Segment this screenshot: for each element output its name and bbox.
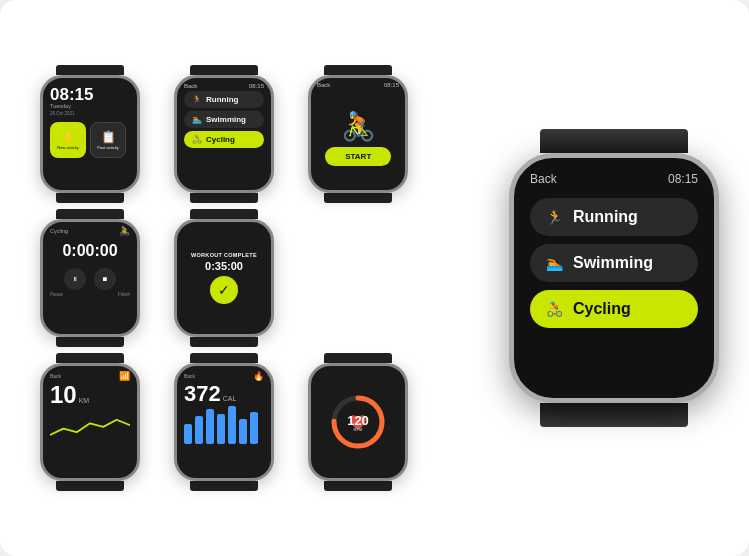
large-watch-body: Back 08:15 🏃 Running 🏊 Swimming 🚴 Cyclin…: [509, 153, 719, 403]
pause-icon: ⏸: [72, 276, 78, 282]
calories-value: 372: [184, 383, 221, 405]
watch-calories: Back 🔥 372 CAL: [164, 353, 284, 491]
watch-screen-list: Back 08:15 🏃 Running 🏊 Swimming 🚴 Cyclin…: [177, 78, 271, 190]
large-cycling-icon: 🚴: [546, 301, 563, 317]
back-label-cycling: Back: [317, 82, 330, 88]
large-time-label: 08:15: [668, 172, 698, 186]
cal-bar-4: [217, 414, 225, 444]
past-activity-label: Past activity: [97, 145, 118, 150]
new-activity-btn[interactable]: ⚡ New activity: [50, 122, 86, 158]
crown-button[interactable]: [714, 218, 719, 248]
swimming-btn-small[interactable]: 🏊 Swimming: [184, 111, 264, 128]
watch-distance: Back 📶 10 KM: [30, 353, 150, 491]
cycling-btn-small-active[interactable]: 🚴 Cycling: [184, 131, 264, 148]
cal-bar-7: [250, 412, 258, 444]
watch-screen-heartrate: 120 BPM: [311, 366, 405, 478]
past-activity-btn[interactable]: 📋 Past activity: [90, 122, 126, 158]
time-label-list: 08:15: [249, 83, 264, 89]
running-btn-small[interactable]: 🏃 Running: [184, 91, 264, 108]
watch-body-distance: Back 📶 10 KM: [40, 363, 140, 481]
timer-header: Cycling 🚴: [50, 226, 130, 236]
back-label-list: Back: [184, 83, 197, 89]
distance-unit: KM: [79, 397, 90, 404]
large-cycling-btn[interactable]: 🚴 Cycling: [530, 290, 698, 328]
large-swimming-btn[interactable]: 🏊 Swimming: [530, 244, 698, 282]
watch-body-home: 08:15 Tuesday 26 Oct 2021 ⚡ New activity…: [40, 75, 140, 193]
watch-header-list: Back 08:15: [184, 83, 264, 89]
large-back-label: Back: [530, 172, 557, 186]
watch-body-list: Back 08:15 🏃 Running 🏊 Swimming 🚴 Cyclin…: [174, 75, 274, 193]
large-swimming-icon: 🏊: [546, 255, 563, 271]
start-button[interactable]: START: [325, 147, 391, 166]
watch-heartrate: 120 BPM: [298, 353, 418, 491]
large-running-icon: 🏃: [546, 209, 563, 225]
watch-timer: Cycling 🚴 0:00:00 ⏸ ⏹ Pause F: [30, 209, 150, 347]
watch-screen-cycling: Back 08:15 🚴 START: [311, 78, 405, 190]
watch-cycling-start: Back 08:15 🚴 START: [298, 65, 418, 203]
calories-header: Back 🔥: [184, 371, 264, 381]
watch-screen-complete: WORKOUT COMPLETE 0:35:00 ✓: [177, 222, 271, 334]
running-label-small: Running: [206, 95, 238, 104]
watch-screen-calories: Back 🔥 372 CAL: [177, 366, 271, 449]
cal-bar-6: [239, 419, 247, 444]
distance-chart: [50, 411, 130, 441]
flame-icon: 🔥: [253, 371, 264, 381]
home-date: 26 Oct 2021: [50, 111, 130, 116]
calories-unit: CAL: [223, 395, 237, 402]
heartrate-ring: 120 BPM: [330, 394, 386, 450]
large-watch-screen: Back 08:15 🏃 Running 🏊 Swimming 🚴 Cyclin…: [514, 158, 714, 398]
watch-body-timer: Cycling 🚴 0:00:00 ⏸ ⏹ Pause F: [40, 219, 140, 337]
distance-value-group: 10 KM: [50, 383, 130, 407]
watch-screen-home: 08:15 Tuesday 26 Oct 2021 ⚡ New activity…: [43, 78, 137, 190]
watch-body-complete: WORKOUT COMPLETE 0:35:00 ✓: [174, 219, 274, 337]
large-running-btn[interactable]: 🏃 Running: [530, 198, 698, 236]
calories-value-group: 372 CAL: [184, 383, 264, 405]
large-watch: Back 08:15 🏃 Running 🏊 Swimming 🚴 Cyclin…: [509, 129, 719, 427]
watch-header-cycling: Back 08:15: [317, 82, 399, 88]
pause-btn[interactable]: ⏸: [64, 268, 86, 290]
swimming-label-small: Swimming: [206, 115, 246, 124]
small-watches-grid: 08:15 Tuesday 26 Oct 2021 ⚡ New activity…: [30, 69, 418, 487]
scene: 08:15 Tuesday 26 Oct 2021 ⚡ New activity…: [0, 0, 749, 556]
home-time: 08:15: [50, 86, 130, 103]
watch-body-heartrate: 120 BPM: [308, 363, 408, 481]
large-running-label: Running: [573, 208, 638, 226]
cycling-icon-small: 🚴: [192, 135, 202, 144]
cal-bar-5: [228, 406, 236, 444]
back-label-distance: Back: [50, 373, 61, 379]
cal-bar-1: [184, 424, 192, 444]
complete-duration: 0:35:00: [205, 260, 243, 272]
check-icon: ✓: [218, 282, 230, 298]
complete-title: WORKOUT COMPLETE: [191, 252, 257, 258]
swimming-icon-small: 🏊: [192, 115, 202, 124]
home-day: Tuesday: [50, 103, 130, 109]
wave-chart: [50, 411, 130, 441]
large-band-bottom: [540, 403, 688, 427]
cal-bar-3: [206, 409, 214, 444]
watch-complete: WORKOUT COMPLETE 0:35:00 ✓: [164, 209, 284, 347]
hr-unit: BPM: [347, 428, 369, 432]
hr-number: 120: [347, 413, 369, 428]
finish-btn[interactable]: ⏹: [94, 268, 116, 290]
new-activity-icon: ⚡: [61, 130, 76, 144]
timer-controls: ⏸ ⏹: [50, 268, 130, 290]
timer-display: 0:00:00: [50, 242, 130, 260]
complete-checkmark: ✓: [210, 276, 238, 304]
pause-label: Pause: [50, 292, 63, 297]
large-cycling-label: Cycling: [573, 300, 631, 318]
cycling-label-small: Cycling: [206, 135, 235, 144]
finish-label: Finish: [118, 292, 130, 297]
large-swimming-label: Swimming: [573, 254, 653, 272]
past-activity-icon: 📋: [101, 130, 116, 144]
watch-body-calories: Back 🔥 372 CAL: [174, 363, 274, 481]
calories-bars: [184, 409, 264, 444]
cycling-start-icon: 🚴: [341, 110, 376, 143]
heartrate-value: 120 BPM: [347, 413, 369, 432]
cal-bar-2: [195, 416, 203, 444]
watch-home: 08:15 Tuesday 26 Oct 2021 ⚡ New activity…: [30, 65, 150, 203]
distance-header: Back 📶: [50, 371, 130, 381]
large-band-top: [540, 129, 688, 153]
watch-body-cycling: Back 08:15 🚴 START: [308, 75, 408, 193]
time-label-cycling: 08:15: [384, 82, 399, 88]
distance-value: 10: [50, 383, 77, 407]
